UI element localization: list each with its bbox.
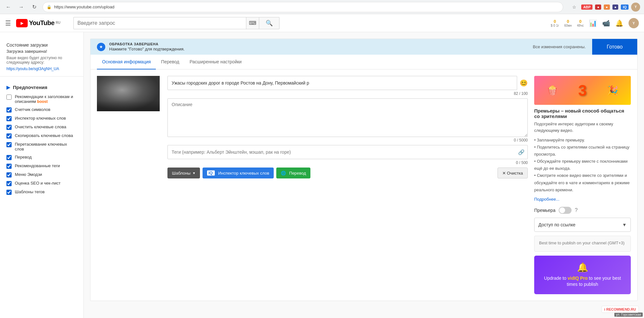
counter-label-2: 60мн <box>564 24 572 27</box>
youtube-header: ☰ YouTube RU ⌨ 🔍 0 $ 0 1г 0 60мн 0 48чс … <box>0 14 644 32</box>
sidebar-label-5: Скопировать ключевые слова <box>15 133 73 138</box>
orange-extension[interactable]: ● <box>604 5 610 10</box>
red-extension[interactable]: ● <box>595 5 601 10</box>
sidebar-item-8: Рекомендованные теги <box>6 163 77 169</box>
right-panel: 🍿 3 🎉 Премьеры – новый способ общаться с… <box>534 76 631 294</box>
premiere-list-item-3: • Обсуждайте премьеру вместе с поклонник… <box>534 158 631 172</box>
iq-badge: iQ· <box>207 170 215 176</box>
upload-tabs: Основная информация Перевод Расширенные … <box>90 55 637 69</box>
checkbox-11[interactable] <box>6 190 12 195</box>
preferences-title: Предпочтения <box>13 85 47 90</box>
title-char-count: 82 / 100 <box>167 91 528 96</box>
premiere-list-item-2: • Поделитесь со зрителями ссылкой на стр… <box>534 144 631 158</box>
premiere-title: Премьеры – новый способ общаться со зрит… <box>534 108 631 119</box>
translate-icon: 🌐 <box>281 171 286 176</box>
notifications-button[interactable]: 🔔 <box>615 19 623 27</box>
user-avatar[interactable]: Y <box>629 18 639 28</box>
emoji-button[interactable]: 😊 <box>520 79 528 87</box>
camera-button[interactable]: 📹 <box>602 19 610 27</box>
ready-button[interactable]: Готово <box>592 39 637 55</box>
sidebar-item-6: Перетаскивание ключевых слов <box>6 142 77 151</box>
premiere-list-item-4: • Смотрите новое видео вместе со зрителя… <box>534 172 631 193</box>
sidebar-label-2: Счетчик символов <box>15 107 50 112</box>
upgrade-banner: 🔔 Updrade to vidIQ Pro to see your best … <box>534 256 631 294</box>
counter-value-2: 0 <box>567 19 569 24</box>
confirm-text: Нажмите "Готово" для подтверждения. <box>109 47 185 51</box>
sidebar-item-7: Перевод <box>6 155 77 160</box>
iq-extension[interactable]: IQ <box>621 5 629 10</box>
counter-value-1: 0 <box>554 19 556 24</box>
url-text: https://www.youtube.com/upload <box>54 5 114 9</box>
counter-block-3: 0 48чс <box>577 19 584 27</box>
premiere-desc: Подогрейте интерес аудитории к своему сл… <box>534 121 631 133</box>
tags-input[interactable] <box>167 145 528 159</box>
analytics-button[interactable]: 📊 <box>589 19 597 27</box>
back-button[interactable]: ← <box>4 3 13 12</box>
url-bar[interactable]: 🔒 https://www.youtube.com/upload <box>43 2 563 12</box>
upload-status-title: Состояние загрузки <box>6 42 77 48</box>
help-icon[interactable]: ? <box>575 207 578 213</box>
sidebar-item-9: Меню Эмодзи <box>6 172 77 177</box>
clear-button[interactable]: ✕ Очистка <box>497 168 528 178</box>
checkbox-5[interactable] <box>6 133 12 139</box>
access-dropdown[interactable]: Доступ по ссылке ▼ <box>534 218 631 232</box>
keyboard-button[interactable]: ⌨ <box>246 17 259 29</box>
forward-button[interactable]: → <box>17 3 26 12</box>
checkbox-2[interactable] <box>6 107 12 113</box>
user-avatar-top[interactable]: Y <box>631 3 640 12</box>
search-button[interactable]: 🔍 <box>259 17 279 29</box>
description-textarea[interactable] <box>167 98 528 137</box>
publish-info: Best time to publish on your channel (GM… <box>534 236 631 252</box>
form-area: ул. Горсоветская 😊 82 / 100 0 / 5000 <box>90 69 637 301</box>
tab-main-info[interactable]: Основная информация <box>97 55 156 69</box>
checkbox-8[interactable] <box>6 164 12 169</box>
bookmark-button[interactable]: ☆ <box>570 3 579 12</box>
checkbox-7[interactable] <box>6 155 12 160</box>
tab-advanced[interactable]: Расширенные настройки <box>185 55 247 69</box>
menu-button[interactable]: ☰ <box>5 19 11 27</box>
form-left: 😊 82 / 100 0 / 5000 🔗 0 / 500 <box>167 76 528 294</box>
sidebar-label-3: Инспектор ключевых слов <box>15 116 66 121</box>
checkbox-6[interactable] <box>6 142 12 147</box>
templates-button[interactable]: Шаблоны ▼ <box>167 168 200 178</box>
browser-bar: ← → ↻ 🔒 https://www.youtube.com/upload ☆… <box>0 0 644 14</box>
counter-block-1: 0 $ 0 1г <box>551 19 559 27</box>
premiere-toggle[interactable] <box>559 207 572 214</box>
reload-button[interactable]: ↻ <box>30 3 39 12</box>
upload-header: ★ ОБРАБОТКА ЗАВЕРШЕНА Нажмите "Готово" д… <box>90 39 638 301</box>
checkbox-4[interactable] <box>6 125 12 130</box>
keywords-button[interactable]: iQ· Инспектор ключевых слов <box>203 168 274 178</box>
abp-extension[interactable]: ABP <box>581 5 592 10</box>
sidebar-item-3: Инспектор ключевых слов <box>6 116 77 121</box>
blue-extension[interactable]: ● <box>612 5 619 10</box>
page-body: Состояние загрузки Загрузка завершена! В… <box>0 32 644 318</box>
tool-buttons: Шаблоны ▼ iQ· Инспектор ключевых слов 🌐 … <box>167 168 528 178</box>
preferences-icon: ▶ <box>6 84 10 90</box>
premiere-more-link[interactable]: Подробнее... <box>534 197 631 202</box>
preferences-header: ▶ Предпочтения <box>6 84 77 90</box>
checkbox-9[interactable] <box>6 172 12 177</box>
checkbox-1[interactable] <box>6 95 12 100</box>
sidebar-item-2: Счетчик символов <box>6 107 77 113</box>
upgrade-text: Updrade to vidIQ Pro to see your best ti… <box>539 275 626 288</box>
sidebar-label-4: Очистить ключевые слова <box>15 124 66 129</box>
search-input[interactable] <box>73 17 246 29</box>
dropdown-caret-icon: ▼ <box>622 222 627 227</box>
upload-status-link[interactable]: https://youtu.be/sgt3AgNH_UA <box>6 67 59 71</box>
checkbox-3[interactable] <box>6 116 12 121</box>
title-input[interactable] <box>167 76 517 90</box>
thumbnail-container: ул. Горсоветская <box>97 76 160 294</box>
counter-value-3: 0 <box>579 19 582 24</box>
premiere-list-item-1: • Запланируйте премьеру. <box>534 137 631 144</box>
sidebar: Состояние загрузки Загрузка завершена! В… <box>0 32 84 318</box>
youtube-logo-text: YouTube <box>29 19 54 27</box>
caret-icon: ▼ <box>193 171 196 175</box>
translate-button[interactable]: 🌐 Перевод <box>276 168 310 178</box>
checkbox-10[interactable] <box>6 181 12 186</box>
boost-link[interactable]: boost <box>37 99 48 104</box>
counter-label-1: $ 0 1г <box>551 24 559 27</box>
tab-translation[interactable]: Перевод <box>156 55 184 69</box>
premiere-toggle-row: Премьера ? <box>534 207 631 214</box>
sidebar-item-10: Оценка SEO и чек-лист <box>6 181 77 186</box>
youtube-logo[interactable]: YouTube RU <box>16 19 61 27</box>
